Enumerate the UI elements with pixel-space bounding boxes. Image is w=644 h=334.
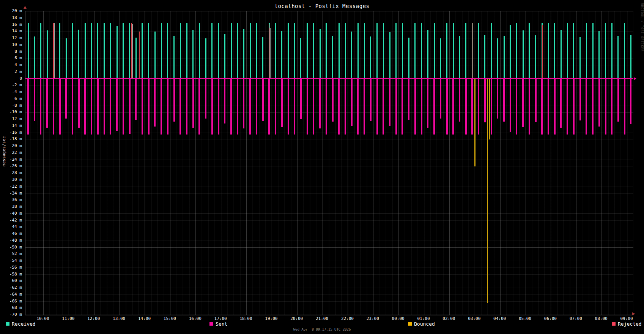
sent-spike (224, 79, 225, 123)
received-spike (123, 23, 124, 79)
rejected-spike (542, 25, 543, 79)
received-spike (567, 23, 568, 79)
sent-spike (161, 79, 162, 135)
sent-spike (230, 79, 232, 135)
received-spike (104, 23, 105, 79)
received-spike (598, 31, 600, 79)
received-spike (605, 23, 606, 79)
y-tick-label: -56 m (0, 265, 22, 270)
zero-line-dashes (25, 79, 633, 79)
y-tick-label: 2 m (0, 70, 22, 74)
sent-spike (586, 79, 587, 135)
y-tick-label: -62 m (0, 285, 22, 290)
x-tick-label: 18:00 (238, 316, 254, 321)
sent-spike (249, 79, 251, 135)
sent-spike (617, 79, 619, 122)
x-tick-label: 09:00 (618, 316, 635, 321)
y-tick-label: -26 m (0, 164, 22, 168)
sent-spike (198, 79, 200, 135)
received-spike (389, 32, 390, 79)
y-tick-label: 16 m (0, 22, 22, 27)
bounced-spike (487, 79, 488, 303)
y-tick-label: -38 m (0, 204, 22, 209)
x-tick-label: 10:00 (35, 316, 51, 321)
received-spike (453, 23, 454, 79)
received-spike (579, 37, 581, 79)
sent-spike (53, 79, 54, 135)
overlap-highlight-spike (269, 28, 271, 79)
x-tick-label: 17:00 (212, 316, 229, 321)
bounced-spike (474, 79, 476, 166)
x-tick-label: 13:00 (111, 316, 128, 321)
x-tick-label: 04:00 (491, 316, 508, 321)
received-spike (192, 30, 194, 79)
legend-label-received: Received (12, 321, 36, 327)
received-spike (320, 29, 321, 79)
sent-spike (491, 79, 492, 135)
x-tick-label: 08:00 (593, 316, 609, 321)
y-tick-label: -6 m (0, 97, 22, 101)
received-spike (434, 23, 435, 79)
x-tick-label: 22:00 (339, 316, 356, 321)
received-spike (250, 23, 251, 79)
received-spike (281, 31, 282, 79)
received-spike (40, 23, 41, 79)
received-spike (535, 35, 536, 79)
y-tick-label: -20 m (0, 144, 22, 148)
received-spike (275, 23, 276, 79)
sent-spike (541, 79, 543, 135)
y-tick-label: -54 m (0, 258, 22, 263)
received-spike (224, 34, 225, 79)
sent-spike (205, 79, 206, 119)
received-spike (110, 23, 111, 79)
sent-spike (345, 79, 346, 135)
received-spike (624, 23, 625, 79)
sent-spike (357, 79, 359, 135)
received-spike (395, 23, 397, 79)
received-spike (484, 35, 485, 79)
bounced-spike (489, 79, 490, 139)
sent-spike (414, 79, 416, 135)
sent-spike (319, 79, 321, 128)
sent-spike (395, 79, 397, 135)
sent-spike (338, 79, 340, 135)
received-spike (529, 23, 530, 79)
x-tick-label: 01:00 (415, 316, 432, 321)
sent-spike (402, 79, 403, 135)
x-tick-label: 19:00 (263, 316, 280, 321)
received-spike (408, 38, 409, 79)
y-tick-label: 6 m (0, 56, 22, 60)
received-spike (91, 23, 92, 79)
sent-spike (294, 79, 295, 135)
rejected-spike (472, 23, 473, 79)
received-spike (180, 23, 181, 79)
y-tick-label: -58 m (0, 272, 22, 277)
received-spike (211, 23, 213, 79)
received-spike (205, 38, 206, 79)
y-tick-label: -60 m (0, 279, 22, 283)
sent-spike (154, 79, 156, 127)
sent-spike (59, 79, 61, 135)
sent-spike (630, 79, 631, 124)
received-spike (167, 23, 168, 79)
received-spike (288, 23, 289, 79)
received-spike (523, 30, 524, 79)
x-tick-label: 23:00 (364, 316, 381, 321)
received-spike (326, 23, 327, 79)
received-spike (592, 23, 594, 79)
y-tick-label: 0 (0, 76, 22, 81)
y-tick-label: -50 m (0, 245, 22, 250)
sent-spike (326, 79, 327, 135)
received-spike (307, 23, 308, 79)
sent-spike (376, 79, 378, 135)
sent-spike (459, 79, 460, 122)
sent-spike (91, 79, 92, 135)
sent-spike (529, 79, 530, 135)
y-tick-label: -24 m (0, 157, 22, 162)
sent-spike (573, 79, 575, 135)
y-tick-label: -46 m (0, 231, 22, 236)
x-tick-label: 15:00 (161, 316, 178, 321)
received-spike (414, 23, 416, 79)
sent-spike (370, 79, 372, 121)
sent-spike (421, 79, 422, 135)
